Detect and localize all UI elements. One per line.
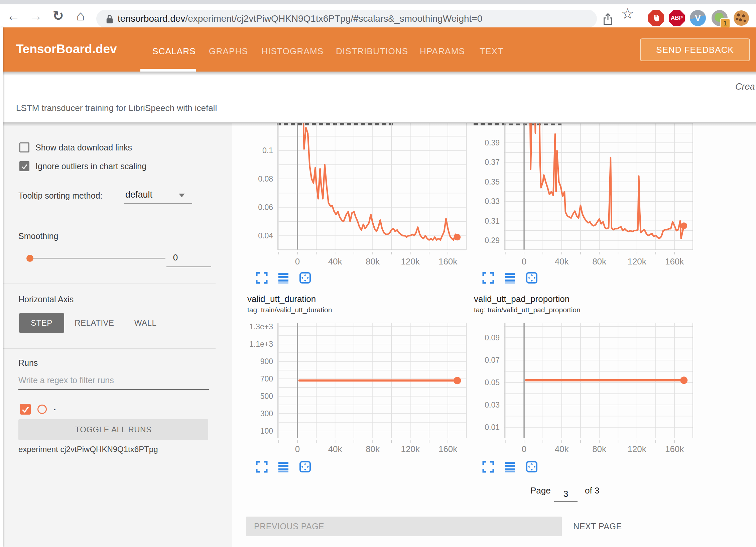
abp-extension-icon[interactable]: ABP: [669, 10, 685, 26]
svg-text:0: 0: [295, 256, 300, 266]
chevron-down-icon[interactable]: [179, 194, 185, 197]
svg-text:0: 0: [522, 256, 526, 266]
svg-text:0: 0: [522, 444, 526, 454]
left-gutter: [0, 27, 3, 547]
axis-relative-button[interactable]: RELATIVE: [69, 313, 120, 333]
smoothing-slider-track[interactable]: [29, 258, 165, 259]
svg-text:80k: 80k: [366, 444, 380, 454]
tab-text[interactable]: TEXT: [480, 46, 503, 57]
settings-sidebar: Show data download links Ignore outliers…: [3, 123, 232, 547]
cookie-icon[interactable]: [734, 10, 750, 26]
tab-graphs[interactable]: GRAPHS: [209, 46, 248, 57]
chart-tag: tag: train/valid_utt_pad_proportion: [474, 306, 581, 314]
share-icon[interactable]: [602, 13, 614, 26]
svg-text:160k: 160k: [438, 444, 458, 454]
svg-text:40k: 40k: [328, 444, 343, 454]
svg-text:80k: 80k: [592, 444, 607, 454]
charts-content: 0.040.060.080.1040k80k120k160k 0.290.310…: [232, 123, 756, 547]
fullscreen-icon[interactable]: [256, 272, 268, 284]
ignore-outliers-checkbox[interactable]: [19, 161, 29, 171]
fullscreen-icon[interactable]: [482, 272, 494, 284]
chart-title: valid_utt_pad_proportion: [474, 294, 570, 304]
svg-text:0.37: 0.37: [485, 158, 500, 167]
smoothing-slider-thumb[interactable]: [26, 255, 33, 262]
fullscreen-icon[interactable]: [482, 461, 494, 473]
tab-scalars[interactable]: SCALARS: [152, 46, 196, 57]
svg-text:0.39: 0.39: [485, 138, 500, 147]
svg-text:0.01: 0.01: [485, 423, 500, 432]
svg-text:160k: 160k: [665, 256, 684, 266]
forward-button[interactable]: →: [28, 8, 43, 23]
previous-page-button[interactable]: PREVIOUS PAGE: [246, 517, 562, 536]
app-header: TensorBoard.dev SCALARS GRAPHS HISTOGRAM…: [3, 27, 756, 72]
log-scale-icon[interactable]: [277, 272, 289, 284]
bookmark-star-icon[interactable]: ☆: [621, 5, 634, 22]
run-color-swatch: [37, 405, 47, 414]
svg-text:500: 500: [260, 392, 273, 401]
home-button[interactable]: ⌂: [73, 8, 88, 23]
axis-wall-button[interactable]: WALL: [124, 313, 167, 333]
axis-step-button[interactable]: STEP: [19, 313, 64, 333]
run-checkbox[interactable]: [20, 404, 31, 415]
ignore-outliers-label: Ignore outliers in chart scaling: [35, 161, 146, 171]
active-tab-underline: [140, 69, 196, 72]
next-page-button[interactable]: NEXT PAGE: [569, 517, 626, 536]
show-download-links-checkbox[interactable]: [19, 142, 29, 152]
back-button[interactable]: ←: [6, 8, 21, 23]
fullscreen-icon[interactable]: [256, 461, 268, 473]
scalar-chart-plot[interactable]: 1003005007009001.1e+31.3e+3040k80k120k16…: [246, 318, 470, 462]
tab-distributions[interactable]: DISTRIBUTIONS: [336, 46, 408, 57]
send-feedback-button[interactable]: SEND FEEDBACK: [640, 38, 750, 61]
tooltip-sorting-dropdown[interactable]: default: [125, 190, 152, 200]
log-scale-icon[interactable]: [277, 461, 289, 473]
url-path: /experiment/cj2vtPiwQHKN9Q1tx6PTpg/#scal…: [185, 13, 482, 24]
svg-text:80k: 80k: [592, 256, 607, 266]
smoothing-value[interactable]: 0: [164, 252, 187, 263]
svg-text:300: 300: [260, 409, 273, 418]
svg-text:80k: 80k: [366, 256, 380, 266]
svg-text:0.06: 0.06: [258, 203, 273, 212]
browser-toolbar: ← → ↻ ⌂ tensorboard.dev/experiment/cj2vt…: [0, 4, 756, 27]
log-scale-icon[interactable]: [504, 461, 516, 473]
reload-button[interactable]: ↻: [51, 8, 66, 23]
svg-text:0.35: 0.35: [485, 178, 500, 186]
svg-text:0.04: 0.04: [258, 231, 273, 240]
fit-domain-icon[interactable]: [526, 461, 538, 473]
scalar-chart-plot[interactable]: 0.010.030.050.070.09040k80k120k160k: [472, 318, 696, 462]
fit-domain-icon[interactable]: [299, 461, 311, 473]
experiment-id-label: experiment cj2vtPiwQHKN9Q1tx6PTpg: [18, 445, 158, 454]
svg-text:0.05: 0.05: [485, 378, 500, 387]
title-band: Crea LSTM transducer training for LibriS…: [3, 72, 756, 123]
adblock-extension-icon[interactable]: [648, 10, 664, 26]
svg-text:100: 100: [260, 427, 273, 435]
check-icon: [21, 163, 28, 170]
page-label: Page: [530, 485, 551, 496]
content-divider-shadow: [3, 123, 756, 126]
scalar-chart-plot[interactable]: 0.040.060.080.1040k80k120k160k: [246, 123, 470, 273]
chart-title: valid_utt_duration: [247, 294, 316, 304]
page-number-input[interactable]: [554, 488, 578, 502]
tab-histograms[interactable]: HISTOGRAMS: [261, 46, 324, 57]
runs-regex-input[interactable]: [18, 375, 209, 390]
svg-text:40k: 40k: [555, 256, 569, 266]
fit-domain-icon[interactable]: [299, 272, 311, 284]
svg-text:40k: 40k: [555, 444, 569, 454]
svg-text:700: 700: [260, 374, 273, 383]
svg-text:160k: 160k: [665, 444, 684, 454]
tab-hparams[interactable]: HPARAMS: [420, 46, 465, 57]
svg-text:0.31: 0.31: [485, 217, 500, 225]
scalar-chart-plot[interactable]: 0.290.310.330.350.370.39040k80k120k160k: [472, 123, 696, 273]
v-extension-icon[interactable]: V: [690, 10, 706, 26]
check-icon: [21, 405, 30, 414]
runs-label: Runs: [18, 358, 38, 368]
lock-icon: [105, 14, 114, 24]
fit-domain-icon[interactable]: [526, 272, 538, 284]
toggle-all-runs-button[interactable]: TOGGLE ALL RUNS: [18, 419, 208, 440]
svg-text:1.1e+3: 1.1e+3: [249, 340, 273, 348]
log-scale-icon[interactable]: [504, 272, 516, 284]
svg-text:0.08: 0.08: [258, 175, 273, 183]
sidebar-divider: [3, 348, 216, 349]
horizontal-axis-label: Horizontal Axis: [18, 295, 74, 304]
profile-extension-icon[interactable]: 1: [712, 10, 728, 26]
svg-text:120k: 120k: [401, 256, 420, 266]
